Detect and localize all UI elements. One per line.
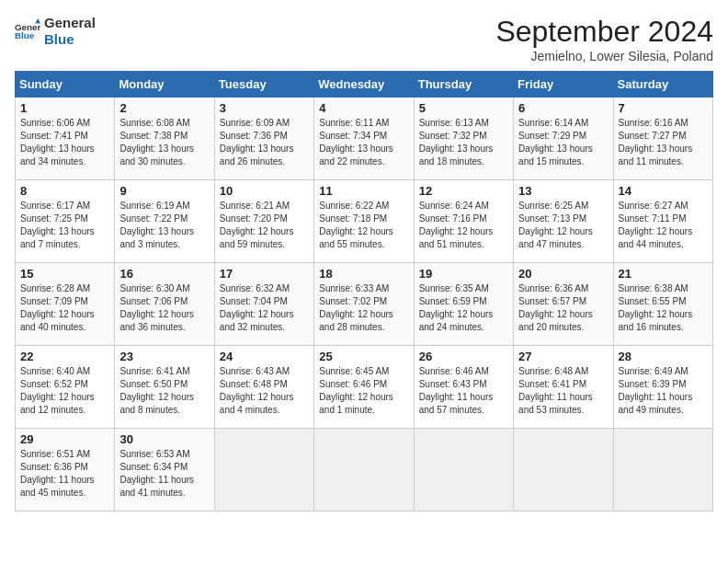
day-info: Sunrise: 6:27 AM Sunset: 7:11 PM Dayligh… bbox=[619, 200, 708, 251]
calendar-cell: 5Sunrise: 6:13 AM Sunset: 7:32 PM Daylig… bbox=[414, 98, 513, 180]
calendar-table: SundayMondayTuesdayWednesdayThursdayFrid… bbox=[15, 71, 713, 511]
calendar-cell: 25Sunrise: 6:45 AM Sunset: 6:46 PM Dayli… bbox=[314, 346, 414, 429]
calendar-cell: 27Sunrise: 6:48 AM Sunset: 6:41 PM Dayli… bbox=[514, 346, 613, 429]
logo-blue: Blue bbox=[44, 31, 96, 48]
day-info: Sunrise: 6:19 AM Sunset: 7:22 PM Dayligh… bbox=[119, 200, 209, 251]
calendar-cell: 7Sunrise: 6:16 AM Sunset: 7:27 PM Daylig… bbox=[613, 98, 712, 180]
day-info: Sunrise: 6:38 AM Sunset: 6:55 PM Dayligh… bbox=[619, 282, 708, 334]
day-number: 28 bbox=[619, 350, 708, 363]
day-info: Sunrise: 6:11 AM Sunset: 7:34 PM Dayligh… bbox=[319, 117, 408, 168]
day-number: 24 bbox=[220, 350, 309, 363]
calendar-cell: 16Sunrise: 6:30 AM Sunset: 7:06 PM Dayli… bbox=[115, 263, 214, 346]
day-number: 26 bbox=[419, 350, 508, 363]
day-number: 8 bbox=[20, 184, 109, 198]
weekday-header-friday: Friday bbox=[514, 72, 613, 98]
calendar-cell: 24Sunrise: 6:43 AM Sunset: 6:48 PM Dayli… bbox=[214, 346, 313, 429]
weekday-header-wednesday: Wednesday bbox=[314, 72, 414, 98]
month-title: September 2024 bbox=[495, 15, 713, 49]
day-number: 16 bbox=[119, 267, 209, 281]
day-info: Sunrise: 6:46 AM Sunset: 6:43 PM Dayligh… bbox=[419, 365, 508, 417]
title-block: September 2024 Jemielno, Lower Silesia, … bbox=[495, 15, 713, 63]
day-number: 12 bbox=[419, 184, 508, 198]
day-number: 21 bbox=[619, 267, 708, 281]
day-info: Sunrise: 6:06 AM Sunset: 7:41 PM Dayligh… bbox=[20, 117, 109, 168]
calendar-cell: 17Sunrise: 6:32 AM Sunset: 7:04 PM Dayli… bbox=[214, 263, 313, 346]
calendar-week-row: 1Sunrise: 6:06 AM Sunset: 7:41 PM Daylig… bbox=[16, 98, 713, 180]
calendar-cell: 23Sunrise: 6:41 AM Sunset: 6:50 PM Dayli… bbox=[115, 346, 214, 429]
calendar-cell: 12Sunrise: 6:24 AM Sunset: 7:16 PM Dayli… bbox=[414, 180, 513, 263]
day-info: Sunrise: 6:53 AM Sunset: 6:34 PM Dayligh… bbox=[119, 448, 209, 500]
day-number: 3 bbox=[220, 101, 309, 115]
svg-text:Blue: Blue bbox=[15, 30, 35, 40]
calendar-cell: 28Sunrise: 6:49 AM Sunset: 6:39 PM Dayli… bbox=[613, 346, 712, 429]
calendar-cell: 19Sunrise: 6:35 AM Sunset: 6:59 PM Dayli… bbox=[414, 263, 513, 346]
day-number: 2 bbox=[119, 101, 209, 115]
svg-marker-2 bbox=[35, 18, 40, 24]
calendar-cell: 1Sunrise: 6:06 AM Sunset: 7:41 PM Daylig… bbox=[16, 98, 115, 180]
day-info: Sunrise: 6:28 AM Sunset: 7:09 PM Dayligh… bbox=[20, 282, 109, 334]
calendar-week-row: 8Sunrise: 6:17 AM Sunset: 7:25 PM Daylig… bbox=[16, 180, 713, 263]
day-info: Sunrise: 6:08 AM Sunset: 7:38 PM Dayligh… bbox=[119, 117, 209, 168]
day-info: Sunrise: 6:33 AM Sunset: 7:02 PM Dayligh… bbox=[319, 282, 408, 334]
day-info: Sunrise: 6:43 AM Sunset: 6:48 PM Dayligh… bbox=[220, 365, 309, 417]
calendar-cell: 20Sunrise: 6:36 AM Sunset: 6:57 PM Dayli… bbox=[514, 263, 613, 346]
day-number: 9 bbox=[119, 184, 209, 198]
day-number: 1 bbox=[20, 101, 109, 115]
day-info: Sunrise: 6:41 AM Sunset: 6:50 PM Dayligh… bbox=[119, 365, 209, 417]
day-info: Sunrise: 6:45 AM Sunset: 6:46 PM Dayligh… bbox=[319, 365, 408, 417]
day-info: Sunrise: 6:13 AM Sunset: 7:32 PM Dayligh… bbox=[419, 117, 508, 168]
calendar-week-row: 29Sunrise: 6:51 AM Sunset: 6:36 PM Dayli… bbox=[16, 429, 713, 511]
location-subtitle: Jemielno, Lower Silesia, Poland bbox=[495, 49, 713, 63]
day-number: 15 bbox=[20, 267, 109, 281]
calendar-cell: 9Sunrise: 6:19 AM Sunset: 7:22 PM Daylig… bbox=[115, 180, 214, 263]
calendar-cell: 18Sunrise: 6:33 AM Sunset: 7:02 PM Dayli… bbox=[314, 263, 414, 346]
weekday-header-monday: Monday bbox=[115, 72, 214, 98]
day-number: 30 bbox=[119, 432, 209, 446]
day-info: Sunrise: 6:22 AM Sunset: 7:18 PM Dayligh… bbox=[319, 200, 408, 251]
day-info: Sunrise: 6:32 AM Sunset: 7:04 PM Dayligh… bbox=[220, 282, 309, 334]
day-number: 23 bbox=[119, 350, 209, 363]
calendar-cell bbox=[514, 429, 613, 511]
day-number: 19 bbox=[419, 267, 508, 281]
logo-general: General bbox=[44, 15, 96, 31]
calendar-cell: 29Sunrise: 6:51 AM Sunset: 6:36 PM Dayli… bbox=[16, 429, 115, 511]
day-info: Sunrise: 6:21 AM Sunset: 7:20 PM Dayligh… bbox=[220, 200, 309, 251]
weekday-header-thursday: Thursday bbox=[414, 72, 513, 98]
calendar-cell: 10Sunrise: 6:21 AM Sunset: 7:20 PM Dayli… bbox=[214, 180, 313, 263]
day-info: Sunrise: 6:30 AM Sunset: 7:06 PM Dayligh… bbox=[119, 282, 209, 334]
calendar-week-row: 22Sunrise: 6:40 AM Sunset: 6:52 PM Dayli… bbox=[16, 346, 713, 429]
day-number: 6 bbox=[518, 101, 608, 115]
day-number: 13 bbox=[518, 184, 608, 198]
day-info: Sunrise: 6:16 AM Sunset: 7:27 PM Dayligh… bbox=[619, 117, 708, 168]
weekday-header-tuesday: Tuesday bbox=[214, 72, 313, 98]
calendar-cell: 3Sunrise: 6:09 AM Sunset: 7:36 PM Daylig… bbox=[214, 98, 313, 180]
page-header: General Blue General Blue September 2024… bbox=[15, 15, 713, 63]
logo-icon: General Blue bbox=[15, 18, 40, 44]
calendar-cell: 11Sunrise: 6:22 AM Sunset: 7:18 PM Dayli… bbox=[314, 180, 414, 263]
calendar-cell: 4Sunrise: 6:11 AM Sunset: 7:34 PM Daylig… bbox=[314, 98, 414, 180]
weekday-header-sunday: Sunday bbox=[16, 72, 115, 98]
day-info: Sunrise: 6:49 AM Sunset: 6:39 PM Dayligh… bbox=[619, 365, 708, 417]
day-number: 27 bbox=[518, 350, 608, 363]
day-number: 20 bbox=[518, 267, 608, 281]
day-number: 22 bbox=[20, 350, 109, 363]
calendar-cell: 13Sunrise: 6:25 AM Sunset: 7:13 PM Dayli… bbox=[514, 180, 613, 263]
day-number: 4 bbox=[319, 101, 408, 115]
day-info: Sunrise: 6:48 AM Sunset: 6:41 PM Dayligh… bbox=[518, 365, 608, 417]
calendar-cell: 14Sunrise: 6:27 AM Sunset: 7:11 PM Dayli… bbox=[613, 180, 712, 263]
day-number: 29 bbox=[20, 432, 109, 446]
day-number: 10 bbox=[220, 184, 309, 198]
calendar-cell bbox=[214, 429, 313, 511]
calendar-cell bbox=[314, 429, 414, 511]
weekday-header-row: SundayMondayTuesdayWednesdayThursdayFrid… bbox=[16, 72, 713, 98]
day-info: Sunrise: 6:36 AM Sunset: 6:57 PM Dayligh… bbox=[518, 282, 608, 334]
day-info: Sunrise: 6:51 AM Sunset: 6:36 PM Dayligh… bbox=[20, 448, 109, 500]
calendar-cell: 6Sunrise: 6:14 AM Sunset: 7:29 PM Daylig… bbox=[514, 98, 613, 180]
calendar-cell: 22Sunrise: 6:40 AM Sunset: 6:52 PM Dayli… bbox=[16, 346, 115, 429]
day-number: 14 bbox=[619, 184, 708, 198]
day-info: Sunrise: 6:35 AM Sunset: 6:59 PM Dayligh… bbox=[419, 282, 508, 334]
day-number: 25 bbox=[319, 350, 408, 363]
calendar-week-row: 15Sunrise: 6:28 AM Sunset: 7:09 PM Dayli… bbox=[16, 263, 713, 346]
weekday-header-saturday: Saturday bbox=[613, 72, 712, 98]
day-info: Sunrise: 6:09 AM Sunset: 7:36 PM Dayligh… bbox=[220, 117, 309, 168]
